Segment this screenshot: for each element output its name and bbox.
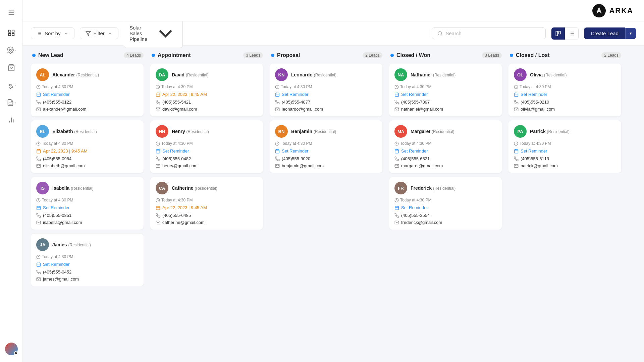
svg-rect-42 <box>37 149 41 153</box>
sidebar-item-settings[interactable]: › <box>4 43 19 58</box>
reminder-cal-icon <box>36 205 41 210</box>
col-scroll-closed-won: NA Nathaniel (Residential) Today at 4:30… <box>389 64 503 230</box>
card-email-elizabeth: elizabeth@gmail.com <box>36 163 138 168</box>
pipeline-select[interactable]: Solar Sales Pipeline <box>124 19 183 48</box>
card-name-henry: Henry (Residential) <box>172 129 209 134</box>
col-title-new-lead: New Lead <box>38 52 121 58</box>
card-header-james: JA James (Residential) <box>36 238 138 251</box>
card-email-david: david@gmail.com <box>156 107 258 112</box>
card-reminder-james[interactable]: Set Reminder <box>36 262 138 267</box>
col-badge-appointment: 3 Leads <box>243 52 263 58</box>
list-view-button[interactable] <box>565 27 578 40</box>
clock-icon <box>36 198 41 202</box>
email-icon <box>36 277 41 282</box>
avatar-frederick: FR <box>394 182 407 194</box>
card-email-frederick: frederick@gmail.com <box>394 220 496 225</box>
sidebar-item-chart[interactable] <box>4 113 19 127</box>
sidebar-item-menu[interactable] <box>4 5 19 20</box>
phone-icon <box>394 157 399 161</box>
card-alexander[interactable]: AL Alexander (Residential) Today at 4:30… <box>31 64 144 116</box>
kanban-view-button[interactable] <box>551 27 565 40</box>
card-reminder-alexander[interactable]: Set Reminder <box>36 92 138 97</box>
card-name-alexander: Alexander (Residential) <box>52 72 99 77</box>
card-isabella[interactable]: IS Isabella (Residential) Today at 4:30 … <box>31 177 144 230</box>
card-type-benjamin: (Residential) <box>314 129 336 134</box>
create-lead-dropdown[interactable]: ▾ <box>625 28 636 39</box>
reminder-cal-icon <box>275 149 280 154</box>
kanban-board: New Lead 4 Leads AL Alexander (Residenti… <box>23 46 644 362</box>
card-james[interactable]: JA James (Residential) Today at 4:30 PM … <box>31 234 144 286</box>
create-lead-button[interactable]: Create Lead ▾ <box>584 27 636 39</box>
top-header: ARKA <box>23 0 644 21</box>
card-elizabeth[interactable]: EL Elizabeth (Residential) Today at 4:30… <box>31 120 144 173</box>
sidebar-item-docs[interactable]: › <box>4 95 19 110</box>
card-time-james: Today at 4:30 PM <box>36 254 138 259</box>
card-header-elizabeth: EL Elizabeth (Residential) <box>36 125 138 138</box>
card-henry[interactable]: HN Henry (Residential) Today at 4:30 PM … <box>150 120 263 173</box>
card-patrick[interactable]: PA Patrick (Residential) Today at 4:30 P… <box>508 120 621 173</box>
card-phone-olivia: (405)555-0210 <box>514 100 616 105</box>
clock-icon <box>156 85 160 89</box>
card-time-frederick: Today at 4:30 PM <box>394 198 496 202</box>
card-reminder-benjamin[interactable]: Set Reminder <box>275 148 377 154</box>
reminder-cal-icon <box>394 149 399 154</box>
column-header-new-lead: New Lead 4 Leads <box>31 52 145 60</box>
phone-icon <box>275 157 280 161</box>
search-box[interactable]: Search <box>432 27 546 39</box>
svg-rect-5 <box>8 34 10 36</box>
card-header-olivia: OL Olivia (Residential) <box>514 68 616 81</box>
card-phone-james: (405)555-0452 <box>36 269 138 275</box>
reminder-cal-icon <box>275 92 280 97</box>
card-margaret[interactable]: MA Margaret (Residential) Today at 4:30 … <box>389 120 502 173</box>
card-catherine[interactable]: CA Catherine (Residential) Today at 4:30… <box>150 177 263 230</box>
card-reminder-isabella[interactable]: Set Reminder <box>36 205 138 210</box>
card-reminder-henry[interactable]: Set Reminder <box>156 148 258 154</box>
column-header-closed-won: Closed / Won 3 Leads <box>389 52 503 60</box>
card-reminder-margaret[interactable]: Set Reminder <box>394 148 496 154</box>
sort-by-button[interactable]: Sort by <box>31 27 74 39</box>
card-time-benjamin: Today at 4:30 PM <box>275 141 377 146</box>
card-reminder-frederick[interactable]: Set Reminder <box>394 205 496 210</box>
card-reminder-patrick[interactable]: Set Reminder <box>514 148 616 154</box>
svg-rect-37 <box>37 93 41 97</box>
card-time-nathaniel: Today at 4:30 PM <box>394 84 496 89</box>
email-icon <box>36 164 41 168</box>
card-reminder-olivia[interactable]: Set Reminder <box>514 92 616 97</box>
card-date-elizabeth: Apr 22, 2023 | 9:45 AM <box>36 148 138 154</box>
card-frederick[interactable]: FR Frederick (Residential) Today at 4:30… <box>389 177 502 230</box>
card-david[interactable]: DA David (Residential) Today at 4:30 PM … <box>150 64 263 116</box>
card-phone-patrick: (405)555-5119 <box>514 156 616 161</box>
card-nathaniel[interactable]: NA Nathaniel (Residential) Today at 4:30… <box>389 64 502 116</box>
card-phone-elizabeth: (405)555-0984 <box>36 156 138 161</box>
svg-point-15 <box>14 352 17 355</box>
card-time-david: Today at 4:30 PM <box>156 84 258 89</box>
avatar-nathaniel: NA <box>394 68 407 81</box>
reminder-cal-icon <box>36 92 41 97</box>
card-leonardo[interactable]: KN Leonardo (Residential) Today at 4:30 … <box>270 64 382 116</box>
sidebar-item-dashboard[interactable] <box>4 25 19 40</box>
card-reminder-nathaniel[interactable]: Set Reminder <box>394 92 496 97</box>
reminder-cal-icon <box>514 149 519 154</box>
sidebar-item-bag[interactable] <box>4 60 19 75</box>
avatar-isabella: IS <box>36 182 49 194</box>
avatar-leonardo: KN <box>275 68 288 81</box>
card-email-nathaniel: nathaniel@gmail.com <box>394 107 496 112</box>
user-avatar[interactable] <box>5 343 18 355</box>
card-time-isabella: Today at 4:30 PM <box>36 198 138 202</box>
create-lead-main[interactable]: Create Lead <box>584 27 625 39</box>
card-header-alexander: AL Alexander (Residential) <box>36 68 138 81</box>
card-olivia[interactable]: OL Olivia (Residential) Today at 4:30 PM… <box>508 64 621 116</box>
card-time-catherine: Today at 4:30 PM <box>156 198 258 202</box>
avatar-olivia: OL <box>514 68 527 81</box>
svg-rect-52 <box>37 263 41 266</box>
svg-line-27 <box>441 35 442 36</box>
clock-icon <box>36 85 41 89</box>
kanban-icon <box>555 31 561 37</box>
card-benjamin[interactable]: BN Benjamin (Residential) Today at 4:30 … <box>270 120 382 173</box>
reminder-cal-icon <box>394 205 399 210</box>
card-reminder-leonardo[interactable]: Set Reminder <box>275 92 377 97</box>
clock-icon <box>275 85 279 89</box>
filter-button[interactable]: Filter <box>80 27 118 39</box>
clock-icon <box>36 141 41 146</box>
sidebar-item-config[interactable]: › <box>4 78 19 93</box>
